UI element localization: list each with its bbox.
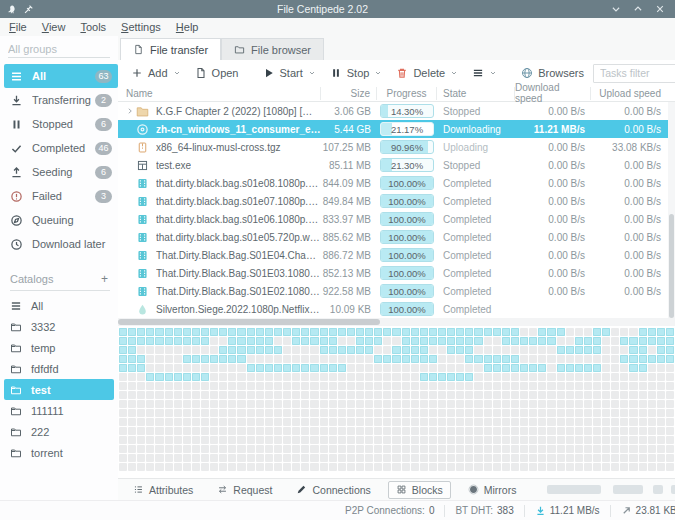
trash-icon [396,67,408,79]
folder-icon [10,426,22,438]
progress-label: 100.00% [381,231,433,243]
tab-file-browser[interactable]: File browser [221,38,324,60]
more-menu-button[interactable] [467,64,502,82]
progress-bar: 100.00% [380,284,434,298]
sidebar-item-all[interactable]: All63 [4,64,118,88]
table-row[interactable]: That.Dirty.Black.Bag.S01E02.1080p.WEB.h2… [118,282,675,300]
vertical-scrollbar[interactable] [668,102,675,318]
table-row[interactable]: That.Dirty.Black.Bag.S01E03.1080p.WEB.h2… [118,264,675,282]
groups-filter-input[interactable] [8,40,110,58]
sidebar-item-seeding[interactable]: Seeding6 [0,160,118,184]
row-indent [126,161,134,169]
check-icon [10,142,23,155]
add-button[interactable]: Add [126,64,186,82]
bottom-tab-attributes[interactable]: Attributes [126,482,200,498]
progress-cell: 100.00% [377,228,437,246]
catalog-item-fdfdfd[interactable]: fdfdfd [0,358,118,379]
sidebar-item-stopped[interactable]: Stopped6 [0,112,118,136]
table-row[interactable]: that.dirty.black.bag.s01e08.1080p.web.h2… [118,174,675,192]
column-header-ul[interactable]: Upload speed [591,87,667,100]
browsers-button[interactable]: Browsers [516,64,589,82]
table-row[interactable]: x86_64-linux-musl-cross.tgz107.25 MB90.9… [118,138,675,156]
open-button[interactable]: Open [190,64,244,82]
menu-item-file[interactable]: File [9,21,27,33]
sidebar-item-download-later[interactable]: Download later [0,232,118,256]
catalog-item-temp[interactable]: temp [0,337,118,358]
upload-speed-cell: 0.00 B/s [591,246,667,264]
table-row[interactable]: zh-cn_windows_11_consumer_editions_upd…5… [118,120,675,138]
disc-icon [136,123,149,136]
expand-arrow-icon[interactable] [126,107,134,115]
catalog-item-label: fdfdfd [31,363,59,375]
play-icon [263,67,275,79]
table-row[interactable]: that.dirty.black.bag.s01e06.1080p.web.h2… [118,210,675,228]
horizontal-scrollbar[interactable] [118,318,675,326]
state-cell: Downloading [437,120,515,138]
catalog-item-3332[interactable]: 3332 [0,316,118,337]
sidebar-item-transferring[interactable]: Transferring2 [0,88,118,112]
table-row[interactable]: test.exe85.11 MB21.30%Stopped0.00 B/s0.0… [118,156,675,174]
column-header-state[interactable]: State [437,87,515,100]
minimize-icon[interactable] [611,4,621,14]
folder-icon [10,447,22,459]
menu-item-help[interactable]: Help [176,21,199,33]
film-icon [136,177,149,190]
tab-label: File browser [251,44,311,56]
chevron-down-icon [374,69,382,77]
catalog-item-222[interactable]: 222 [0,421,118,442]
bottom-tab-connections[interactable]: Connections [289,482,377,498]
progress-label: 100.00% [381,195,433,207]
progress-bar: 100.00% [380,248,434,262]
sidebar-item-queuing[interactable]: Queuing [0,208,118,232]
menu-item-settings[interactable]: Settings [121,21,161,33]
globe-icon [521,67,533,79]
progress-label: 100.00% [381,213,433,225]
catalog-item-label: temp [31,342,55,354]
catalog-item-all[interactable]: All [0,295,118,316]
table-row[interactable]: that.dirty.black.bag.s01e07.1080p.web.h2… [118,192,675,210]
stop-button[interactable]: Stop [325,64,388,82]
column-header-dl[interactable]: Download speed [515,87,591,100]
state-cell: Stopped [437,156,515,174]
file-name: That.Dirty.Black.Bag.S01E03.1080p.WEB.h2… [156,268,321,279]
bottom-tab-mirrors[interactable]: Mirrors [461,482,524,498]
vertical-scrollbar-thumb[interactable] [669,214,674,318]
state-cell: Completed [437,282,515,300]
pin-icon[interactable] [23,4,34,15]
tab-file-transfer[interactable]: File transfer [120,38,221,60]
pause-icon [10,118,23,131]
menu-item-view[interactable]: View [42,21,66,33]
start-button[interactable]: Start [258,64,321,82]
add-catalog-button[interactable]: + [99,272,110,286]
catalog-item-test[interactable]: test [4,379,114,400]
sidebar-item-failed[interactable]: Failed3 [0,184,118,208]
folder-icon [10,384,22,396]
table-row[interactable]: That.Dirty.Black.Bag.S01E04.Chapter.Four… [118,246,675,264]
column-header-prog[interactable]: Progress [377,87,437,100]
count-badge: 2 [95,94,112,107]
bottom-tab-blocks[interactable]: Blocks [388,481,451,499]
table-row[interactable]: Silverton.Siege.2022.1080p.Netflix.WEB-D… [118,300,675,318]
catalog-item-111111[interactable]: 111111 [0,400,118,421]
maximize-icon[interactable] [633,4,643,14]
main-panel: File transferFile browser Add Open Start [118,36,675,500]
catalog-item-torrent[interactable]: torrent [0,442,118,463]
delete-button[interactable]: Delete [391,64,463,82]
close-icon[interactable] [655,4,665,14]
sidebar-item-completed[interactable]: Completed46 [0,136,118,160]
upload-speed-cell: 0.00 B/s [591,102,667,120]
download-speed-cell [515,300,591,318]
tasks-filter-input[interactable] [594,67,675,79]
catalogs-title: Catalogs [10,273,99,285]
bottom-tab-request[interactable]: Request [210,482,279,498]
faded-controls [547,485,675,494]
horizontal-scrollbar-thumb[interactable] [118,319,380,325]
menu-item-tools[interactable]: Tools [80,21,106,33]
table-row[interactable]: that.dirty.black.bag.s01e05.720p.web.h26… [118,228,675,246]
bottom-tab-label: Blocks [412,484,443,496]
column-header-size[interactable]: Size [321,87,377,100]
upload-icon [10,166,23,179]
column-header-name[interactable]: Name [118,87,321,100]
table-row[interactable]: K.G.F Chapter 2 (2022) [1080p] [WEBRip] … [118,102,675,120]
catalog-item-label: 3332 [31,321,55,333]
